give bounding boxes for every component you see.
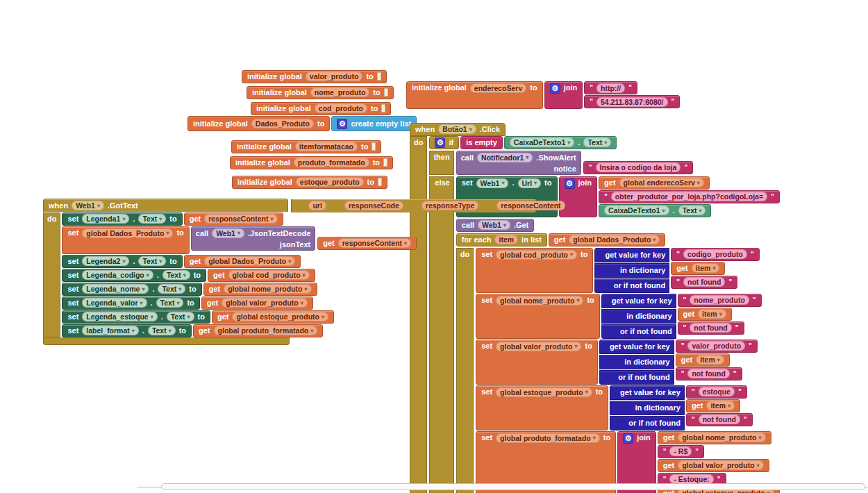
property-dropdown[interactable]: Text	[162, 270, 190, 280]
variable-name-field[interactable]: nome_produto	[310, 87, 370, 97]
property-dropdown[interactable]: Text	[138, 256, 166, 266]
init-global-nome-produto-block[interactable]: initialize global nome_produto to	[247, 86, 394, 99]
string-value-field[interactable]: - R$	[669, 446, 692, 456]
mutator-gear-icon[interactable]: ⚙	[565, 178, 575, 189]
set-legenda-nome-text-block[interactable]: set Legenda_nome . Text to get global no…	[62, 283, 317, 296]
variable-dropdown[interactable]: global enderecoServ	[619, 178, 704, 187]
if-block-header[interactable]: ⚙ if	[429, 136, 459, 149]
event-block-header[interactable]: when Botão1 .Click	[410, 123, 506, 136]
variable-name-field[interactable]: estoque_produto	[296, 177, 364, 187]
set-legenda-valor-text-block[interactable]: set Legenda_valor . Text to get global v…	[62, 296, 312, 310]
component-dropdown[interactable]: Legenda2	[82, 256, 129, 266]
variable-dropdown[interactable]: item	[698, 309, 726, 319]
set-global-dados-produto-block[interactable]: set global Dados_Produto to call Web1 .J…	[62, 226, 417, 254]
when-web1-gottext-block[interactable]: when Web1 .GotText url responseCode resp…	[43, 199, 536, 345]
variable-dropdown[interactable]: global valor_produto	[678, 460, 763, 470]
property-dropdown[interactable]: Text	[138, 214, 166, 224]
component-dropdown[interactable]: CaixaDeTexto1	[604, 206, 669, 215]
component-dropdown[interactable]: Legenda_estoque	[82, 312, 157, 321]
property-dropdown[interactable]: Text	[678, 206, 706, 215]
get-global-block[interactable]: get global cod_produto	[208, 269, 315, 282]
get-global-block[interactable]: get global Dados_Produto	[184, 255, 301, 268]
get-responsecontent-block[interactable]: get responseContent	[184, 212, 283, 226]
text-string-block[interactable]: estoque	[686, 385, 747, 399]
variable-dropdown[interactable]: global valor_produto	[222, 298, 307, 308]
variable-dropdown[interactable]: global estoque_produto	[496, 387, 592, 397]
string-value-field[interactable]: not found	[687, 369, 729, 378]
property-dropdown[interactable]: Text	[156, 298, 184, 308]
component-dropdown[interactable]: Web1	[72, 201, 104, 210]
string-value-field[interactable]: obter_produtor_por_loja.php?codigoLoja=	[611, 192, 767, 201]
join-block[interactable]: ⚙ join	[559, 176, 598, 217]
component-dropdown[interactable]: Notificador1	[477, 153, 533, 162]
get-value-for-key-block[interactable]: get value for key in dictionary or if no…	[610, 385, 685, 431]
call-notificador-showalert-block[interactable]: call Notificador1 .ShowAlert notice Insi…	[456, 151, 780, 175]
string-value-field[interactable]: http://	[596, 83, 625, 93]
get-global-enderecoserv-block[interactable]: get global enderecoServ	[599, 176, 710, 190]
component-dropdown[interactable]: Botão1	[438, 124, 476, 134]
get-global-nome-produto-block[interactable]: get global nome_produto	[658, 431, 771, 444]
init-global-estoque-produto-block[interactable]: initialize global estoque_produto to	[232, 176, 387, 189]
set-legenda1-text-block[interactable]: set Legenda1 . Text to get responseConte…	[62, 212, 283, 226]
property-dropdown[interactable]: Text	[158, 284, 185, 294]
get-global-dados-produto-block[interactable]: get global Dados_Produto	[549, 233, 666, 246]
get-value-for-key-block[interactable]: get value for key in dictionary or if no…	[599, 340, 674, 385]
init-global-cod-produto-block[interactable]: initialize global cod_produto to	[251, 102, 391, 115]
variable-dropdown[interactable]: global produto_formatado	[214, 326, 318, 335]
string-value-field[interactable]: - Estoque:	[669, 474, 713, 484]
string-value-field[interactable]: 54.211.83.87:8080/	[596, 97, 668, 107]
init-global-enderecoserv-block[interactable]: initialize global enderecoServ to	[406, 81, 543, 109]
string-value-field[interactable]: valor_produto	[687, 341, 745, 351]
variable-name-field[interactable]: produto_formatado	[294, 158, 369, 167]
string-value-field[interactable]: codigo_produto	[683, 249, 747, 259]
string-value-field[interactable]: not found	[699, 415, 740, 424]
component-dropdown[interactable]: Legenda1	[82, 214, 129, 224]
mutator-gear-icon[interactable]: ⚙	[337, 119, 347, 129]
variable-dropdown[interactable]: global Dados_Produto	[82, 228, 173, 238]
caixadetexto1-text-getter-block[interactable]: CaixaDeTexto1 . Text	[504, 136, 617, 149]
text-string-block[interactable]: obter_produtor_por_loja.php?codigoLoja=	[599, 190, 780, 203]
set-legenda2-text-block[interactable]: set Legenda2 . Text to get global Dados_…	[62, 255, 301, 268]
text-string-block[interactable]: Insira o codigo da loja	[583, 161, 693, 174]
component-dropdown[interactable]: Web1	[476, 178, 509, 188]
get-item-block[interactable]: get item	[671, 262, 725, 275]
text-string-block[interactable]: http://	[584, 81, 637, 94]
set-label-format-text-block[interactable]: set label_format . Text to get global pr…	[62, 324, 323, 337]
mutator-gear-icon[interactable]: ⚙	[623, 433, 633, 444]
text-string-block[interactable]: codigo_produto	[671, 248, 759, 261]
variable-name-field[interactable]: enderecoServ	[470, 83, 526, 93]
init-global-valor-produto-block[interactable]: initialize global valor_produto to	[242, 70, 387, 83]
component-dropdown[interactable]: Web1	[212, 228, 244, 238]
param-responsecode[interactable]: responseCode	[344, 201, 403, 210]
text-string-block[interactable]: not found	[671, 276, 737, 289]
variable-dropdown[interactable]: global Dados_Produto	[569, 235, 660, 244]
text-string-block[interactable]: - R$	[658, 445, 704, 458]
get-item-block[interactable]: get item	[678, 308, 732, 321]
set-legenda-estoque-text-block[interactable]: set Legenda_estoque . Text to get global…	[62, 310, 334, 324]
variable-dropdown[interactable]: item	[706, 401, 735, 410]
variable-dropdown[interactable]: global Dados_Produto	[204, 256, 295, 266]
get-global-block[interactable]: get global estoque_produto	[212, 310, 334, 324]
get-global-block[interactable]: get global nome_produto	[203, 283, 317, 296]
event-block-header[interactable]: when Web1 .GotText	[43, 199, 288, 212]
text-string-block[interactable]: not found	[686, 413, 753, 426]
set-global-valor-produto-block[interactable]: set global valor_produto to get value fo…	[476, 340, 758, 385]
string-value-field[interactable]: not found	[690, 323, 731, 333]
variable-dropdown[interactable]: global estoque_produto	[232, 312, 328, 321]
get-global-valor-produto-block[interactable]: get global valor_produto	[658, 459, 769, 472]
get-value-for-key-block[interactable]: get value for key in dictionary or if no…	[601, 294, 676, 339]
variable-name-field[interactable]: itemformatacao	[295, 142, 358, 151]
text-string-block[interactable]: nome_produto	[678, 294, 762, 307]
variable-dropdown[interactable]: global nome_produto	[224, 284, 311, 294]
blocks-workspace[interactable]: initialize global valor_produto to initi…	[0, 0, 868, 493]
create-empty-list-block[interactable]: ⚙ create empty list	[331, 116, 417, 131]
component-dropdown[interactable]: label_format	[82, 326, 138, 335]
property-dropdown[interactable]: Url	[518, 178, 542, 188]
param-responsetype[interactable]: responseType	[422, 201, 478, 210]
set-legenda-codigo-text-block[interactable]: set Legenda_codigo . Text to get global …	[62, 269, 315, 282]
variable-name-field[interactable]: Dados_Produto	[251, 119, 314, 128]
string-value-field[interactable]: Insira o codigo da loja	[596, 162, 681, 172]
variable-dropdown[interactable]: global produto_formatado	[496, 433, 600, 443]
init-global-produto-formatado-block[interactable]: initialize global produto_formatado to	[230, 156, 393, 169]
get-value-for-key-block[interactable]: get value for key in dictionary or if no…	[594, 248, 669, 293]
